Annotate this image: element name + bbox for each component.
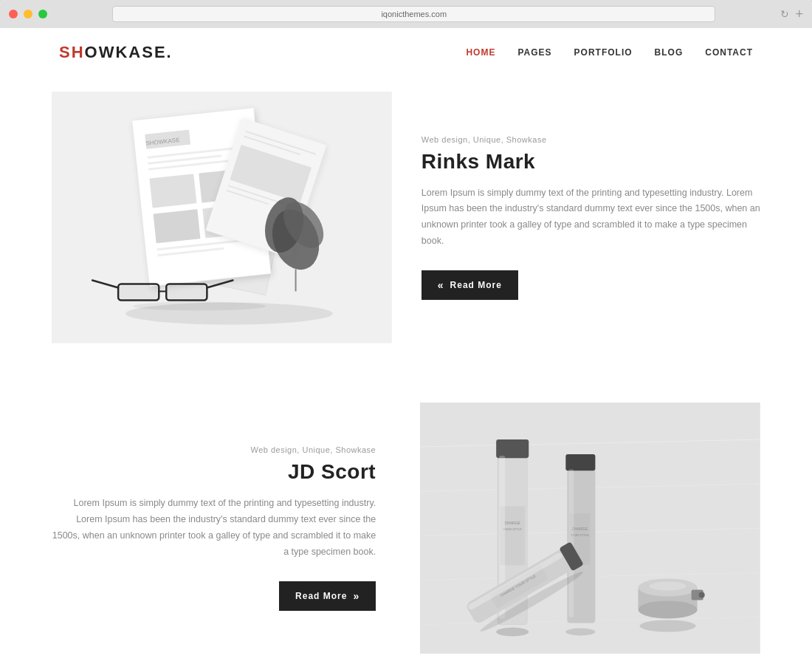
nav-portfolio[interactable]: PORTFOLIO — [574, 47, 633, 58]
site-nav: HOME PAGES PORTFOLIO BLOG CONTACT — [466, 47, 753, 58]
minimize-button-dot[interactable] — [24, 10, 32, 18]
logo-highlight: SH — [59, 43, 85, 61]
url-text: iqonicthemes.com — [381, 10, 447, 18]
close-button-dot[interactable] — [9, 10, 18, 18]
logo-rest: WKASE. — [99, 43, 173, 61]
svg-rect-43 — [496, 439, 529, 458]
portfolio-item-1-description: Lorem Ipsum is simply dummy text of the … — [422, 185, 760, 250]
nav-pages[interactable]: PAGES — [517, 47, 551, 58]
svg-text:YOUR STYLE: YOUR STYLE — [503, 527, 523, 531]
portfolio-item-2-image: CHARGE YOUR STYLE — [420, 403, 760, 654]
portfolio-item-2: CHARGE YOUR STYLE — [52, 403, 760, 654]
portfolio-item-1-title: Rinks Mark — [422, 150, 760, 174]
svg-point-40 — [496, 627, 529, 636]
portfolio-image-2: CHARGE YOUR STYLE — [420, 403, 760, 654]
portfolio-item-1-text: Web design, Unique, Showkase Rinks Mark … — [422, 135, 760, 301]
portfolio-image-1: SHOWKASE — [52, 92, 392, 343]
new-tab-button[interactable]: + — [795, 7, 803, 21]
portfolio-item-1-image: SHOWKASE — [52, 92, 392, 343]
left-arrow-icon: « — [438, 279, 444, 291]
refresh-icon[interactable]: ↻ — [780, 8, 789, 20]
nav-home[interactable]: HOME — [466, 47, 495, 58]
svg-rect-31 — [120, 285, 157, 298]
svg-rect-10 — [149, 174, 196, 208]
svg-point-68 — [699, 592, 705, 598]
portfolio-item-1-read-more[interactable]: « Read More — [422, 270, 518, 300]
logo-o: O — [85, 43, 99, 61]
portfolio-item-2-read-more[interactable]: Read More » — [279, 581, 376, 611]
portfolio-item-1-category: Web design, Unique, Showkase — [422, 135, 760, 144]
portfolio-item-2-category: Web design, Unique, Showkase — [52, 445, 376, 454]
svg-rect-12 — [154, 209, 201, 243]
site-content: SHOWKASE. HOME PAGES PORTFOLIO BLOG CONT… — [0, 28, 812, 664]
portfolio-item-2-title: JD Scort — [52, 460, 376, 484]
site-header: SHOWKASE. HOME PAGES PORTFOLIO BLOG CONT… — [0, 28, 812, 77]
browser-window: iqonicthemes.com ↻ + SHOWKASE. HOME PAGE… — [0, 0, 812, 664]
svg-point-66 — [650, 581, 687, 590]
svg-point-48 — [566, 628, 596, 635]
maximize-button-dot[interactable] — [38, 10, 47, 18]
read-more-label-2: Read More — [295, 591, 347, 601]
portfolio-item-1: SHOWKASE — [52, 92, 760, 343]
svg-text:CHARGE: CHARGE — [572, 527, 588, 531]
right-arrow-icon: » — [353, 590, 359, 602]
nav-contact[interactable]: CONTACT — [705, 47, 753, 58]
site-logo: SHOWKASE. — [59, 43, 173, 62]
svg-point-61 — [640, 620, 696, 632]
browser-chrome: iqonicthemes.com ↻ + — [0, 0, 812, 28]
svg-point-33 — [133, 301, 266, 310]
portfolio-item-2-text: Web design, Unique, Showkase JD Scort Lo… — [52, 445, 390, 611]
svg-text:CHARGE: CHARGE — [505, 521, 521, 525]
url-bar[interactable]: iqonicthemes.com — [112, 6, 715, 22]
portfolio-section: SHOWKASE — [0, 77, 812, 664]
svg-point-64 — [639, 600, 698, 618]
read-more-label-1: Read More — [450, 280, 502, 290]
portfolio-item-2-description: Lorem Ipsum is simply dummy text of the … — [52, 496, 376, 561]
svg-rect-32 — [168, 285, 205, 298]
svg-rect-50 — [566, 454, 596, 470]
nav-blog[interactable]: BLOG — [655, 47, 684, 58]
